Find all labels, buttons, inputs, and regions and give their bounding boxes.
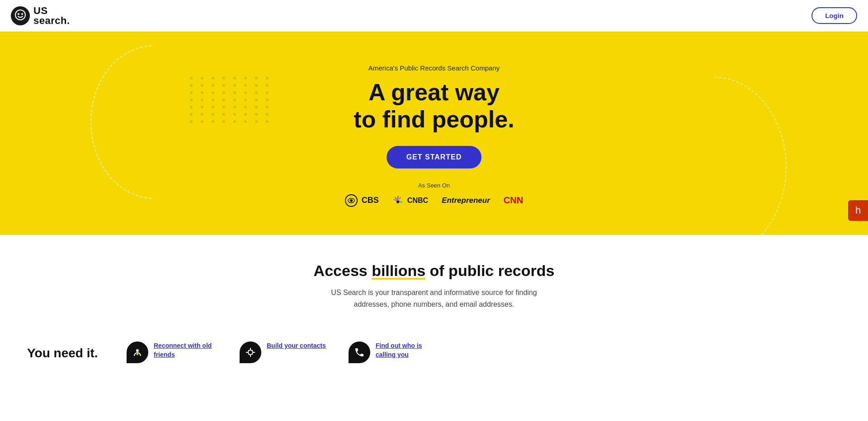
media-logos: CBS CNBC Entre [345,194,523,207]
cnn-logo: CNN [504,195,523,206]
cbs-logo: CBS [345,194,379,207]
entrepreneur-logo: Entrepreneur [442,196,490,205]
site-header: US search. Login [0,0,868,32]
contacts-link[interactable]: Build your contacts [267,341,326,351]
login-button[interactable]: Login [811,7,857,24]
you-need-title: You need it. [27,341,108,360]
honey-widget[interactable]: h [848,200,868,221]
contacts-icon [240,341,261,363]
logo[interactable]: US search. [11,6,70,26]
svg-point-13 [396,201,399,203]
hero-heading-line1: A great way [368,79,500,105]
feature-item-reconnect: Reconnect with old friends [127,341,217,363]
hero-heading-line2: to find people. [354,106,514,132]
logo-icon [11,6,30,25]
access-section: Access billions of public records US Sea… [0,235,868,328]
hero-heading: A great way to find people. [345,79,523,133]
feature-item-calling: Find out who is calling you [349,341,439,363]
reconnect-icon [127,341,148,363]
as-seen-on-label: As Seen On [345,182,523,189]
calling-link[interactable]: Find out who is calling you [376,341,439,359]
cnbc-logo: CNBC [392,195,428,206]
hero-tagline: America's Public Records Search Company [345,64,523,72]
logo-text: US search. [33,6,70,26]
svg-point-15 [137,351,138,353]
get-started-button[interactable]: GET STARTED [387,146,482,168]
svg-point-3 [21,13,23,15]
deco-dots [190,77,272,123]
svg-point-6 [350,199,353,202]
calling-icon [349,341,370,363]
svg-point-0 [11,6,30,25]
feature-items: Reconnect with old friends Build your co… [127,341,439,363]
feature-item-contacts: Build your contacts [240,341,326,363]
access-description: US Search is your transparent and inform… [316,287,552,310]
svg-point-2 [18,13,19,15]
hero-section: America's Public Records Search Company … [0,32,868,235]
access-heading: Access billions of public records [9,262,859,280]
hero-content: America's Public Records Search Company … [336,46,532,220]
reconnect-link[interactable]: Reconnect with old friends [154,341,217,359]
deco-arc-right [642,77,787,235]
you-need-section: You need it. Reconnect with old friends [0,328,868,381]
